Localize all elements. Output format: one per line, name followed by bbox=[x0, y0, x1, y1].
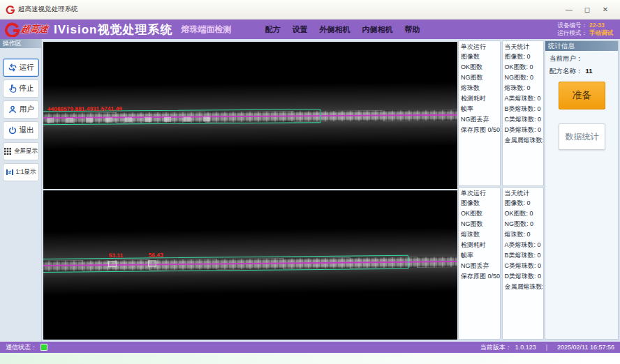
stats-group: 当天统计图像数: 0OK图数: 0NG图数: 0熔珠数: 0A类熔珠数: 0B类… bbox=[502, 187, 545, 340]
inspection-mode-subtitle: 熔珠端面检测 bbox=[181, 24, 231, 36]
user-icon bbox=[8, 105, 17, 114]
exit-icon bbox=[8, 126, 17, 135]
device-number-label: 设备编号： bbox=[558, 22, 588, 29]
device-info: 设备编号：22-33 运行模式：手动调试 bbox=[558, 22, 614, 37]
app-logo-icon bbox=[6, 5, 15, 14]
stats-row: OK图数 bbox=[461, 208, 498, 219]
stats-row: 图像数 bbox=[461, 52, 498, 62]
brand-name: 超高速 bbox=[20, 23, 50, 36]
stats-row: 熔珠数: 0 bbox=[505, 229, 542, 240]
menu-item-inner-camera[interactable]: 内侧相机 bbox=[362, 24, 392, 35]
stop-icon bbox=[8, 84, 17, 93]
stats-group-title: 单次运行 bbox=[461, 43, 498, 52]
stats-row: 保存原图 0/500 bbox=[461, 125, 498, 135]
sidebar-button-label: 运行 bbox=[20, 63, 34, 73]
stats-row: NG图数 bbox=[461, 73, 498, 83]
stats-group-title: 单次运行 bbox=[461, 189, 498, 198]
stats-row: 熔珠数: 0 bbox=[505, 83, 542, 93]
stats-row: C类熔珠数: 0 bbox=[505, 114, 542, 125]
sidebar-buttons: 运行停止用户退出全屏显示1:1显示 bbox=[0, 48, 41, 181]
datetime: 2025/02/11 16:57:56 bbox=[557, 344, 614, 351]
sidebar-button-label: 退出 bbox=[20, 126, 34, 135]
stats-row: A类熔珠数: 0 bbox=[505, 240, 542, 250]
stats-panel-outer: 单次运行图像数OK图数NG图数熔珠数检测耗时帧率NG图丢弃保存原图 0/500当… bbox=[458, 40, 544, 186]
separator: | bbox=[546, 344, 547, 351]
recipe-name-label: 配方名称： bbox=[549, 67, 583, 75]
stats-row: 检测耗时 bbox=[461, 93, 498, 104]
stats-row: D类熔珠数: 0 bbox=[505, 271, 542, 282]
maximize-button[interactable]: ◻ bbox=[578, 3, 596, 16]
stats-group-title: 当天统计 bbox=[505, 43, 542, 52]
sidebar-button-label: 1:1显示 bbox=[16, 168, 36, 176]
version-value: 1.0.123 bbox=[515, 344, 536, 351]
stats-row: 图像数 bbox=[461, 198, 498, 208]
stats-row: C类熔珠数: 0 bbox=[505, 261, 542, 271]
sidebar-button-one-to-one[interactable]: 1:1显示 bbox=[3, 163, 39, 181]
data-statistics-button[interactable]: 数据统计 bbox=[559, 123, 605, 150]
sidebar-button-label: 用户 bbox=[20, 105, 34, 114]
device-number-value: 22-33 bbox=[589, 22, 605, 29]
sidebar-button-label: 全屏显示 bbox=[14, 147, 38, 156]
camera-view-inner[interactable]: 53.11 56.43 bbox=[43, 190, 457, 340]
status-bar: 通信状态： 当前版本： 1.0.123 | 2025/02/11 16:57:5… bbox=[0, 342, 620, 353]
sidebar-button-exit[interactable]: 退出 bbox=[3, 121, 39, 139]
sidebar-button-user[interactable]: 用户 bbox=[3, 100, 39, 119]
stats-row: NG图丢弃 bbox=[461, 261, 498, 271]
stats-row: A类熔珠数: 0 bbox=[505, 93, 542, 104]
stats-row: NG图数 bbox=[461, 219, 498, 229]
sidebar-button-run[interactable]: 运行 bbox=[3, 59, 39, 77]
fullscreen-icon bbox=[3, 147, 12, 156]
info-panel: 统计信息 当前用户： 配方名称：11 准备 数据统计 bbox=[545, 40, 619, 340]
measurement-annotation: 44088579.881.49 bbox=[47, 106, 93, 113]
stats-row: B类熔珠数: 0 bbox=[505, 104, 542, 114]
app-header: 超高速 IVision视觉处理系统 熔珠端面检测 配方设置外侧相机内侧相机帮助 … bbox=[0, 20, 620, 39]
comm-status-indicator bbox=[40, 344, 47, 351]
sidebar-title: 操作区 bbox=[0, 39, 41, 48]
stats-group-title: 当天统计 bbox=[505, 189, 542, 198]
weld-scene: 53.11 56.43 bbox=[43, 190, 457, 340]
menu-item-help[interactable]: 帮助 bbox=[404, 24, 420, 35]
page-title: IVision视觉处理系统 bbox=[54, 22, 172, 38]
defect-marker bbox=[108, 261, 117, 267]
measurement-annotation: 56.43 bbox=[149, 252, 163, 258]
run-mode-label: 运行模式： bbox=[558, 29, 588, 36]
stats-row: 检测耗时 bbox=[461, 240, 498, 250]
window-controls: — ◻ ✕ bbox=[560, 3, 614, 16]
stats-row: 保存原图 0/500 bbox=[461, 271, 498, 282]
app-window: 超高速视觉处理系统 — ◻ ✕ 超高速 IVision视觉处理系统 熔珠端面检测… bbox=[0, 0, 620, 364]
stats-row: 金属屑熔珠数: 0 bbox=[505, 135, 542, 146]
camera-view-outer[interactable]: 44088579.881.49 31.5741.49 bbox=[43, 42, 457, 189]
stats-row: NG图数: 0 bbox=[505, 73, 542, 83]
stats-row: OK图数: 0 bbox=[505, 208, 542, 219]
comm-status-label: 通信状态： bbox=[6, 343, 37, 352]
stats-row: OK图数 bbox=[461, 62, 498, 73]
run-icon bbox=[8, 63, 17, 73]
stats-row: NG图数: 0 bbox=[505, 219, 542, 229]
recipe-name-value: 11 bbox=[586, 67, 593, 75]
stats-row: 熔珠数 bbox=[461, 229, 498, 240]
sidebar-button-fullscreen[interactable]: 全屏显示 bbox=[3, 142, 39, 160]
stats-row: D类熔珠数: 0 bbox=[505, 125, 542, 135]
stats-row: 图像数: 0 bbox=[505, 52, 542, 62]
weld-scene: 44088579.881.49 31.5741.49 bbox=[43, 42, 457, 189]
menu-item-settings[interactable]: 设置 bbox=[292, 24, 307, 35]
prepare-button[interactable]: 准备 bbox=[559, 82, 605, 109]
stats-group: 单次运行图像数OK图数NG图数熔珠数检测耗时帧率NG图丢弃保存原图 0/500 bbox=[458, 40, 501, 186]
minimize-button[interactable]: — bbox=[560, 3, 578, 16]
stats-panel-inner: 单次运行图像数OK图数NG图数熔珠数检测耗时帧率NG图丢弃保存原图 0/500当… bbox=[458, 187, 544, 340]
stats-row: B类熔珠数: 0 bbox=[505, 250, 542, 261]
measurement-annotation: 53.11 bbox=[109, 252, 124, 259]
close-button[interactable]: ✕ bbox=[596, 3, 614, 16]
menu-item-outer-camera[interactable]: 外侧相机 bbox=[319, 24, 350, 35]
sidebar-button-label: 停止 bbox=[20, 84, 34, 93]
menu-item-recipe[interactable]: 配方 bbox=[265, 24, 280, 35]
version-label: 当前版本： bbox=[480, 343, 512, 352]
main-area: 操作区 运行停止用户退出全屏显示1:1显示 44088579.881.49 31… bbox=[0, 39, 620, 342]
window-title: 超高速视觉处理系统 bbox=[18, 5, 78, 14]
stats-group: 当天统计图像数: 0OK图数: 0NG图数: 0熔珠数: 0A类熔珠数: 0B类… bbox=[502, 40, 545, 186]
sidebar-button-stop[interactable]: 停止 bbox=[3, 79, 39, 98]
measurement-annotation: 31.5741.49 bbox=[93, 105, 122, 112]
brand-logo-icon bbox=[4, 22, 20, 37]
current-user-label: 当前用户： bbox=[549, 54, 583, 62]
stats-row: 帧率 bbox=[461, 104, 498, 114]
